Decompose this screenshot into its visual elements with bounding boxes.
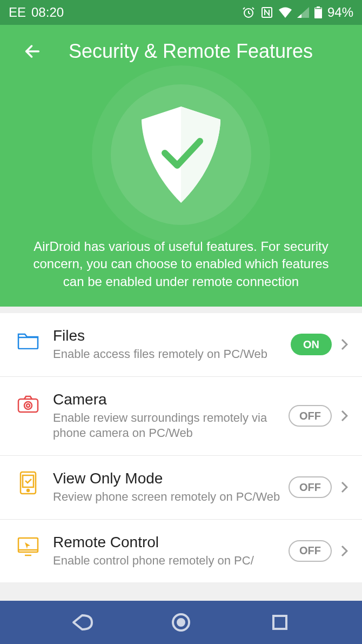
svg-rect-4	[315, 8, 321, 9]
hero-description: AirDroid has various of useful features.…	[22, 238, 340, 290]
feature-title: Camera	[53, 391, 282, 408]
folder-icon	[16, 328, 40, 352]
feature-row-files[interactable]: Files Enable access files remotely on PC…	[0, 313, 362, 377]
page-title: Security & Remote Features	[54, 40, 349, 63]
alarm-icon	[242, 6, 255, 19]
chevron-right-icon	[339, 543, 349, 559]
svg-rect-5	[18, 399, 38, 412]
phone-check-icon	[16, 471, 40, 495]
feature-description: Enable access files remotely on PC/Web	[53, 347, 284, 362]
hero-illustration	[92, 74, 270, 236]
wifi-icon	[279, 7, 292, 18]
shield-check-icon	[135, 103, 227, 206]
nav-home-button[interactable]	[162, 609, 200, 636]
feature-description: Enable review surroundings remotely via …	[53, 410, 282, 441]
monitor-cursor-icon	[16, 535, 40, 559]
nfc-icon	[260, 6, 273, 19]
chevron-right-icon	[339, 336, 349, 353]
chevron-right-icon	[339, 479, 349, 495]
carrier-label: EE	[9, 5, 26, 20]
svg-point-10	[27, 489, 29, 492]
toggle-on[interactable]: ON	[291, 334, 332, 355]
feature-row-remote-control[interactable]: Remote Control Enable control phone remo…	[0, 520, 362, 583]
toggle-off[interactable]: OFF	[289, 476, 332, 498]
svg-rect-14	[273, 616, 286, 629]
battery-icon	[314, 6, 322, 18]
svg-rect-9	[23, 475, 33, 487]
nav-recent-button[interactable]	[261, 609, 299, 636]
status-bar: EE 08:20 94%	[0, 0, 362, 25]
clock-label: 08:20	[31, 5, 64, 20]
chevron-right-icon	[339, 408, 349, 424]
feature-title: Remote Control	[53, 534, 282, 551]
camera-icon	[16, 392, 40, 416]
svg-point-13	[178, 619, 184, 626]
feature-list: Files Enable access files remotely on PC…	[0, 313, 362, 582]
battery-percent: 94%	[327, 5, 353, 20]
svg-point-7	[26, 404, 30, 407]
cell-signal-icon	[297, 7, 309, 18]
toggle-off[interactable]: OFF	[289, 540, 332, 562]
svg-rect-3	[317, 6, 320, 8]
feature-title: View Only Mode	[53, 470, 282, 487]
back-button[interactable]	[22, 41, 43, 62]
feature-description: Enable control phone remotely on PC/	[53, 553, 282, 569]
svg-rect-2	[314, 8, 322, 18]
nav-back-button[interactable]	[63, 609, 101, 636]
feature-title: Files	[53, 327, 284, 344]
svg-point-6	[24, 402, 32, 409]
feature-description: Review phone screen remotely on PC/Web	[53, 489, 282, 505]
toggle-off[interactable]: OFF	[289, 405, 332, 427]
feature-row-camera[interactable]: Camera Enable review surroundings remote…	[0, 377, 362, 456]
system-nav-bar	[0, 601, 362, 644]
feature-row-view-only[interactable]: View Only Mode Review phone screen remot…	[0, 456, 362, 520]
header: Security & Remote Features AirDroid has …	[0, 25, 362, 307]
